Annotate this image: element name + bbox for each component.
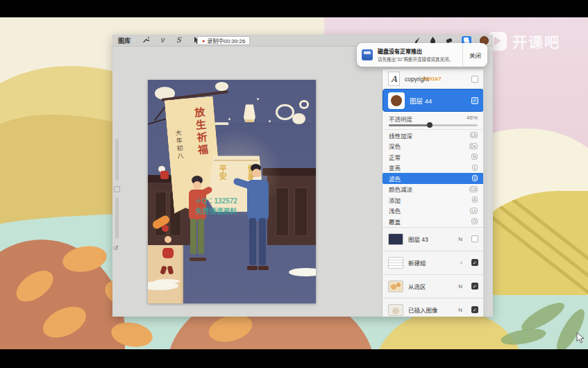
blend-symbol: L <box>472 165 478 171</box>
opacity-section: 不透明度 46% <box>383 112 484 130</box>
recording-dot-icon: ● <box>202 38 205 43</box>
opacity-slider[interactable] <box>389 124 478 126</box>
sky-dot <box>257 98 259 100</box>
lantern-text-left: 平安 <box>216 165 227 180</box>
layer-visibility-checkbox[interactable] <box>471 235 478 242</box>
canvas-watermark-line1: ＋Q∶132572 <box>195 196 237 206</box>
notification-message: 请先推出“31”再断开连接或将其关闭。 <box>378 56 462 62</box>
blend-mode-linear-burn[interactable]: 线性加深Lb <box>383 130 484 141</box>
disk-icon <box>362 49 373 60</box>
cloud <box>299 100 310 109</box>
blend-symbol: Cd <box>469 186 478 192</box>
blend-mode-lighten[interactable]: 变亮L <box>383 162 484 174</box>
man-figure <box>235 162 274 270</box>
opacity-slider-thumb[interactable] <box>427 122 432 128</box>
child-figure <box>155 228 180 281</box>
blend-badge[interactable]: N <box>458 307 462 313</box>
layer-row-new-group[interactable]: 新建组 › ✓ <box>383 251 484 274</box>
blend-mode-overlay[interactable]: 覆盖O <box>383 216 484 227</box>
door <box>294 187 308 237</box>
screenshot-stage: ⌄ 开课吧 图库 ν S ● 录制中00:39:26 <box>0 0 588 368</box>
layers-panel: A copyright 0001k7 图层 44 ✓ 不透明度 46% <box>382 69 487 317</box>
recording-timer: 录制中00:39:26 <box>207 37 245 44</box>
inserted-image-thumbnail <box>388 304 403 316</box>
kaikeba-logo-text: 开课吧 <box>512 31 560 51</box>
brush-size-slider[interactable] <box>115 139 119 181</box>
layer-name: 图层 44 <box>410 96 432 106</box>
blend-mode-lighter-color[interactable]: 浅色Lc <box>383 206 484 217</box>
blend-mode-darker-color[interactable]: 深色Dc <box>383 141 484 152</box>
layer-44-thumbnail <box>388 92 405 109</box>
notification-title: 磁盘没有正常推出 <box>378 47 462 55</box>
sky-dot <box>269 120 271 122</box>
gallery-button[interactable]: 图库 <box>118 36 131 45</box>
sky-dot <box>228 118 230 120</box>
brush-opacity-slider[interactable] <box>115 197 119 239</box>
notification-close-button[interactable]: 关闭 <box>462 43 487 67</box>
layer-row-43[interactable]: 图层 43 N <box>383 227 484 251</box>
selection-tool-icon[interactable]: S <box>176 37 181 44</box>
group-thumbnail <box>388 257 403 269</box>
blend-symbol: Lc <box>470 208 478 214</box>
blend-badge[interactable]: N <box>458 283 462 290</box>
sky-lantern <box>244 104 255 122</box>
group-chevron[interactable]: › <box>460 260 462 266</box>
canvas[interactable]: 放生祈福 大年初八 平安 健康 <box>148 80 316 303</box>
blend-mode-screen-selected[interactable]: 滤色S <box>383 173 484 184</box>
opacity-value: 46% <box>467 115 478 121</box>
canvas-watermark: ＋Q∶132572 免费领课资料 <box>195 196 237 217</box>
cloud <box>292 113 305 124</box>
blend-symbol: Dc <box>469 143 478 149</box>
woman-figure <box>181 176 212 260</box>
blend-badge[interactable]: N <box>458 236 462 242</box>
blend-symbol: O <box>471 218 478 224</box>
panel-scrollbar[interactable] <box>483 69 487 317</box>
blend-symbol: S <box>472 175 478 181</box>
layer-visibility-checkbox[interactable]: ✓ <box>471 97 478 104</box>
undo-icon[interactable]: ↺ <box>113 244 119 251</box>
text-layer-thumbnail: A <box>388 72 400 86</box>
modify-button[interactable] <box>114 186 120 192</box>
blend-symbol: N <box>471 153 478 160</box>
adjustments-wand-icon[interactable]: ν <box>161 37 165 44</box>
layer-row-inserted-image[interactable]: 已插入图像 N ✓ <box>383 298 484 317</box>
disk-notification: 磁盘没有正常推出 请先推出“31”再断开连接或将其关闭。 关闭 <box>357 43 487 67</box>
layer-row-from-selection[interactable]: 从选区 N ✓ <box>383 274 484 298</box>
goat-figure <box>158 166 174 182</box>
actions-wrench-icon[interactable] <box>142 36 149 44</box>
layer-row-copyright[interactable]: A copyright 0001k7 <box>383 69 484 89</box>
selection-layer-thumbnail <box>388 281 403 292</box>
layer-visibility-checkbox[interactable]: ✓ <box>471 306 478 313</box>
blend-mode-add[interactable]: 添加A <box>383 194 484 206</box>
cloud <box>215 82 228 91</box>
blend-symbol: A <box>472 196 478 203</box>
orange-watermark: 0001k7 <box>423 76 442 82</box>
layer-visibility-checkbox[interactable] <box>471 76 478 83</box>
canvas-watermark-line2: 免费领课资料 <box>195 206 237 217</box>
banner-subtitle: 大年初八 <box>174 129 186 160</box>
layer-visibility-checkbox[interactable]: ✓ <box>471 259 478 266</box>
layer-43-thumbnail <box>388 233 403 245</box>
blend-mode-color-dodge[interactable]: 颜色减淡Cd <box>383 184 484 195</box>
blend-mode-normal[interactable]: 正常N <box>383 151 484 162</box>
layer-visibility-checkbox[interactable]: ✓ <box>471 283 478 290</box>
mouse-cursor <box>576 332 585 346</box>
procreate-window: 图库 ν S ● 录制中00:39:26 <box>112 35 493 317</box>
door <box>276 187 289 237</box>
recording-badge: ● 录制中00:39:26 <box>197 36 250 45</box>
sky-dot <box>291 107 293 109</box>
kaikeba-logo: 开课吧 <box>488 31 560 51</box>
layer-row-44-selected[interactable]: 图层 44 ✓ <box>383 89 484 112</box>
opacity-label: 不透明度 <box>389 115 412 123</box>
blend-symbol: Lb <box>470 132 478 138</box>
